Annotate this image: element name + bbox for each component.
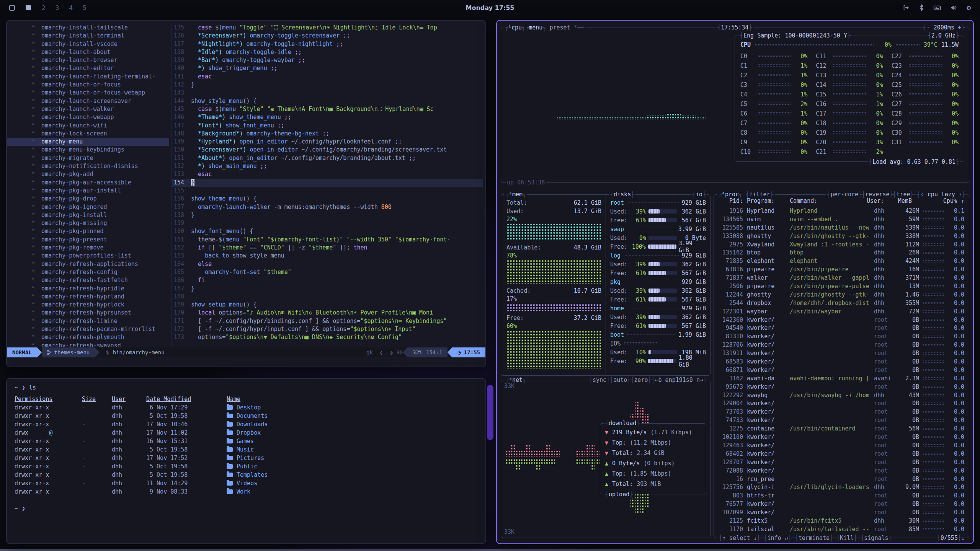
file-item[interactable]: *omarchy-launch-or-focus — [7, 81, 169, 89]
file-item[interactable]: *omarchy-refresh-limine — [7, 317, 169, 325]
proc-row[interactable]: 131911kworker/root0B0.0 — [714, 349, 969, 358]
proc-footer-action[interactable]: ↑ select ↓ — [722, 534, 757, 542]
proc-row[interactable]: 63816pipewire/usr/bin/pipewiredhh16M0.0 — [714, 266, 969, 274]
proc-row[interactable]: 72088kworker/root0B0.0 — [714, 467, 969, 475]
file-item[interactable]: *omarchy-pkg-aur-accessible — [7, 179, 169, 187]
interval-decrease-button[interactable]: - — [927, 24, 930, 31]
proc-row[interactable]: 2506pipewire/usr/bin/pipewire-pulsedhh13… — [714, 282, 969, 291]
file-item[interactable]: *omarchy-launch-webapp — [7, 113, 169, 121]
file-item[interactable]: *omarchy-refresh-hypridle — [7, 285, 169, 293]
proc-row[interactable]: 74733kworker/root0B0.0 — [714, 416, 969, 425]
command-line[interactable] — [7, 357, 485, 367]
workspace-3[interactable]: 3 — [56, 4, 59, 11]
proc-row[interactable]: 1916HyprlandHyprlanddhh426M0.1 — [714, 207, 969, 215]
proc-row[interactable]: 122301waybar/usr/bin/waybardhh72M0.0 — [714, 308, 969, 316]
proc-row[interactable]: 73703kworker/root0B0.0 — [714, 408, 969, 416]
proc-row[interactable]: 76577kworker/root0B0.0 — [714, 500, 969, 509]
file-item[interactable]: *omarchy-menu — [7, 138, 169, 146]
file-item[interactable]: *omarchy-install-vscode — [7, 40, 169, 48]
file-item[interactable]: *omarchy-launch-floating-terminal- — [7, 73, 169, 81]
file-item[interactable]: *omarchy-pkg-add — [7, 170, 169, 178]
proc-row[interactable]: 12244ghostty/usr/bin/ghostty --gtk-dhh1.… — [714, 291, 969, 299]
file-item[interactable]: *omarchy-launch-wifi — [7, 122, 169, 130]
file-item[interactable]: *omarchy-launch-walker — [7, 105, 169, 113]
omarchy-logo-icon[interactable] — [9, 5, 15, 11]
file-item[interactable]: *omarchy-launch-or-focus-webapp — [7, 89, 169, 97]
keyboard-icon[interactable] — [933, 4, 941, 11]
menu-button[interactable]: menu — [529, 24, 542, 31]
file-item[interactable]: *omarchy-pkg-present — [7, 236, 169, 244]
file-item[interactable]: *omarchy-launch-about — [7, 48, 169, 56]
proc-row[interactable]: 128707kworker/root0B0.0 — [714, 458, 969, 467]
proc-footer-action[interactable]: Kill — [840, 534, 854, 542]
proc-row[interactable]: 129004kworker/root0B0.0 — [714, 399, 969, 408]
proc-footer-action[interactable]: info ↵ — [767, 534, 788, 542]
proc-row[interactable]: 803btrfs-trroot0B0.0 — [714, 492, 969, 500]
proc-row[interactable]: 68402kworker/root0B0.0 — [714, 450, 969, 458]
net-tab--b-enp191s0-n-[interactable]: ←b enp191s0 n→ — [655, 376, 703, 384]
file-item[interactable]: *omarchy-launch-browser — [7, 56, 169, 64]
terminal-window[interactable]: ~ ❯ ls Permissions Size User Date Modifi… — [6, 378, 486, 544]
logout-icon[interactable] — [903, 4, 910, 11]
file-item[interactable]: *omarchy-refresh-pacman-mirrorlist — [7, 325, 169, 333]
proc-row[interactable]: 16rcu_preeroot0B0.0 — [714, 475, 969, 484]
proc-row[interactable]: 129463kworker/root0B0.0 — [714, 442, 969, 450]
proc-row[interactable]: 68583kworker/root0B0.0 — [714, 358, 969, 366]
file-item[interactable]: *omarchy-pkg-install — [7, 211, 169, 219]
proc-row[interactable]: 66871kworker/root0B0.0 — [714, 366, 969, 375]
preset-button[interactable]: preset — [549, 24, 570, 31]
proc-row[interactable]: 135162btopbtopdhh26M0.0 — [714, 249, 969, 257]
file-item[interactable]: *omarchy-refresh-config — [7, 268, 169, 276]
file-item[interactable]: *omarchy-launch-editor — [7, 64, 169, 72]
interval-increase-button[interactable]: + — [958, 24, 961, 31]
proc-row[interactable]: 2975XwaylandXwayland :1 -rootless -dhh11… — [714, 241, 969, 249]
file-item[interactable]: *omarchy-migrate — [7, 154, 169, 162]
proc-row[interactable]: 71837walker/usr/bin/walker --gappldhh371… — [714, 274, 969, 282]
net-tab-zero[interactable]: zero — [634, 376, 648, 384]
proc-row[interactable]: 125756glycin-i/usr/lib/glycin-loadersdhh… — [714, 483, 969, 492]
net-tab-auto[interactable]: auto — [613, 376, 627, 384]
proc-row[interactable]: 135088ghostty/usr/bin/ghostty --gtk-dhh3… — [714, 232, 969, 241]
net-tab-sync[interactable]: sync — [593, 376, 606, 384]
proc-footer-action[interactable]: signals — [864, 534, 888, 542]
update-interval[interactable]: ┤- 2000ms +├ — [922, 24, 966, 31]
proc-row[interactable]: 95673kworker/root0B0.0 — [714, 383, 969, 391]
workspace-2[interactable]: 2 — [42, 4, 46, 11]
file-item[interactable]: *omarchy-refresh-swayosd — [7, 342, 169, 347]
proc-row[interactable]: 102099kworker/root0B0.0 — [714, 509, 969, 517]
volume-icon[interactable] — [950, 4, 957, 11]
sort-direction-arrow[interactable]: ↑ — [961, 197, 964, 205]
process-list[interactable]: 1916HyprlandHyprlanddhh426M0.1134565nvim… — [714, 207, 969, 533]
file-item[interactable]: *omarchy-lock-screen — [7, 130, 169, 138]
proc-row[interactable]: 125505nautilus/usr/bin/nautilus --newdhh… — [714, 224, 969, 232]
proc-row[interactable]: 142360kworker/root0B0.0 — [714, 316, 969, 324]
code-editor-pane[interactable]: 135 case $(menu "Toggle" "⛶ Screensaver\… — [172, 24, 483, 347]
btop-window[interactable]: ┌¹cpu┐┌menu┐ preset *── ┤17:55:34├ ┤- 20… — [496, 20, 974, 544]
file-item[interactable]: *omarchy-refresh-hyprland — [7, 293, 169, 301]
file-item[interactable]: *omarchy-refresh-hyprlock — [7, 301, 169, 309]
file-item[interactable]: *omarchy-refresh-plymouth — [7, 333, 169, 341]
settings-gear-icon[interactable]: ⚙ — [967, 4, 971, 11]
file-item[interactable]: *omarchy-pkg-aur-install — [7, 187, 169, 195]
proc-row[interactable]: 2544dropbox/home/dhh/.dropbox-distdhh355… — [714, 299, 969, 308]
file-item[interactable]: *omarchy-refresh-hyprsunset — [7, 309, 169, 317]
proc-row[interactable]: 71835elephantelephantdhh424M0.0 — [714, 257, 969, 266]
file-item[interactable]: *omarchy-pkg-ignored — [7, 203, 169, 211]
workspace-1-active[interactable] — [26, 5, 31, 10]
file-item[interactable]: *omarchy-launch-screensaver — [7, 97, 169, 105]
file-item[interactable]: *omarchy-menu-keybindings — [7, 146, 169, 154]
file-item[interactable]: *omarchy-refresh-applications — [7, 260, 169, 268]
workspace-4[interactable]: 4 — [69, 4, 73, 11]
proc-row[interactable]: 1275containe/usr/bin/containerdroot56M0.… — [714, 425, 969, 433]
file-tree-pane[interactable]: *omarchy-install-tailscale*omarchy-insta… — [7, 24, 169, 347]
terminal-content[interactable]: ~ ❯ ls Permissions Size User Date Modifi… — [15, 383, 478, 539]
proc-row[interactable]: 1170tailscal/usr/sbin/tailscaled --root8… — [714, 525, 969, 533]
proc-row[interactable]: 1162avahi-daavahi-daemon: running [avahi… — [714, 375, 969, 383]
proc-row[interactable]: 134565nvimnvim --embed .dhh59M0.0 — [714, 215, 969, 224]
proc-row[interactable]: 122292swaybg/usr/bin/swaybg -i /homdhh43… — [714, 391, 969, 400]
bluetooth-icon[interactable] — [919, 4, 924, 11]
proc-row[interactable]: 81310kworker/root0B0.0 — [714, 333, 969, 341]
file-item[interactable]: *omarchy-powerprofiles-list — [7, 252, 169, 260]
file-item[interactable]: *omarchy-pkg-missing — [7, 219, 169, 227]
file-item[interactable]: *omarchy-refresh-fastfetch — [7, 276, 169, 284]
